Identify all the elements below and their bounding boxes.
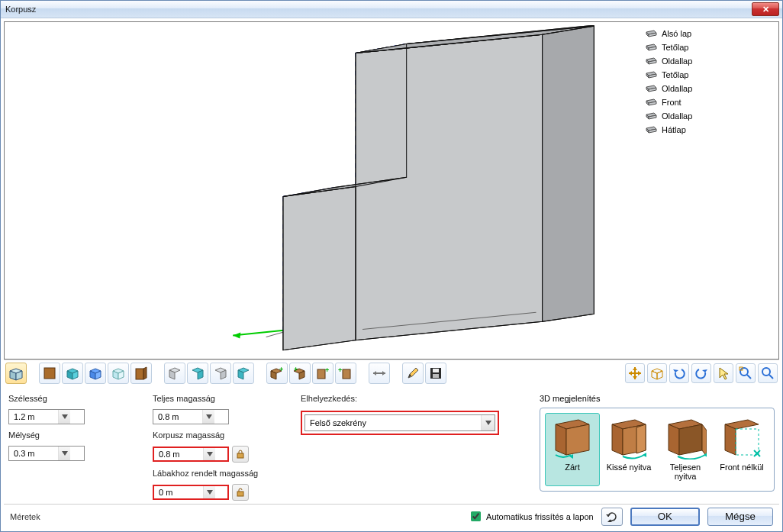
- tool-3d-cyan[interactable]: [62, 363, 83, 384]
- tool-pencil[interactable]: [402, 363, 424, 384]
- chevron-down-icon[interactable]: [202, 410, 214, 424]
- tool-3d-glass[interactable]: [108, 363, 129, 384]
- titlebar-title: Korpusz: [5, 5, 36, 14]
- corpus-height-input[interactable]: [157, 448, 203, 460]
- svg-point-112: [762, 368, 770, 376]
- tool-panel-3d-2[interactable]: [187, 363, 208, 384]
- tool-front-brown[interactable]: [39, 363, 60, 384]
- tool-add-1[interactable]: +: [266, 363, 288, 384]
- full-height-label: Teljes magasság: [153, 394, 282, 403]
- svg-marker-28: [283, 186, 356, 350]
- chevron-down-icon[interactable]: [58, 410, 70, 424]
- tool-3d-blue[interactable]: [85, 363, 106, 384]
- panel-icon: [645, 43, 657, 52]
- tool-move-horiz[interactable]: [369, 363, 390, 384]
- preview-caption: Zárt: [565, 463, 580, 482]
- preview3d-label: 3D megjelenítés: [540, 394, 775, 403]
- tool-save[interactable]: [425, 363, 446, 384]
- parts-list[interactable]: Alsó lap Tetőlap Oldallap Tetőlap Oldall…: [642, 25, 775, 356]
- svg-marker-133: [679, 424, 702, 455]
- svg-marker-108: [720, 368, 728, 379]
- svg-marker-91: [382, 371, 385, 376]
- tool-add-3[interactable]: +: [312, 363, 334, 384]
- tool-panel-brown[interactable]: [130, 363, 152, 384]
- tool-panel-3d-1[interactable]: [164, 363, 185, 384]
- cabinet-fully-open-icon: [664, 417, 707, 459]
- list-item[interactable]: Tetőlap: [645, 68, 775, 82]
- placement-highlight: Felső szekrény: [301, 411, 499, 435]
- width-label: Szélesség: [8, 394, 134, 403]
- corpus-height-combo[interactable]: [153, 447, 229, 462]
- placement-combo[interactable]: Felső szekrény: [304, 414, 495, 431]
- tool-zoom-fit[interactable]: [736, 363, 756, 383]
- svg-marker-70: [143, 367, 147, 379]
- svg-marker-132: [669, 424, 679, 455]
- svg-marker-137: [725, 424, 736, 455]
- tool-cursor[interactable]: [714, 363, 733, 383]
- width-input-combo[interactable]: [8, 409, 85, 424]
- panel-icon: [645, 84, 657, 93]
- full-height-input[interactable]: [156, 410, 202, 424]
- tool-redo[interactable]: [691, 363, 711, 383]
- list-item-label: Oldallap: [662, 56, 692, 66]
- list-item[interactable]: Alsó lap: [645, 27, 775, 40]
- legs-height-combo[interactable]: [153, 485, 229, 500]
- footer-tab-label: Méretek: [10, 512, 40, 521]
- svg-marker-104: [652, 371, 657, 379]
- close-icon: ✕: [762, 5, 769, 14]
- main-area: Alsó lap Tetőlap Oldallap Tetőlap Oldall…: [1, 18, 782, 531]
- svg-rect-69: [136, 369, 143, 379]
- ok-button[interactable]: OK: [630, 508, 700, 526]
- tool-base-3d[interactable]: [5, 363, 27, 384]
- 3d-viewport[interactable]: [8, 25, 640, 356]
- panel-icon: [645, 111, 657, 121]
- tool-panel-3d-3[interactable]: [210, 363, 231, 384]
- refresh-button[interactable]: [601, 508, 623, 526]
- svg-rect-120: [237, 492, 243, 496]
- tool-move-3d[interactable]: [625, 363, 645, 383]
- placement-value: Felső szekrény: [310, 418, 366, 427]
- tool-wire-box[interactable]: [647, 363, 667, 383]
- list-item[interactable]: Oldallap: [645, 54, 775, 68]
- svg-line-110: [747, 375, 751, 379]
- list-item-label: Oldallap: [662, 84, 692, 93]
- svg-marker-101: [629, 371, 632, 376]
- tool-undo[interactable]: [669, 363, 689, 383]
- chevron-down-icon[interactable]: [203, 448, 215, 460]
- chevron-down-icon[interactable]: [481, 415, 495, 430]
- svg-line-113: [769, 375, 773, 379]
- tool-add-2[interactable]: +: [289, 363, 311, 384]
- chevron-down-icon[interactable]: [58, 447, 70, 460]
- list-item[interactable]: Oldallap: [645, 109, 775, 123]
- legs-height-input[interactable]: [157, 486, 203, 498]
- depth-input-combo[interactable]: [8, 446, 85, 461]
- depth-input[interactable]: [12, 447, 58, 460]
- cancel-button[interactable]: Mégse: [707, 508, 773, 526]
- preview-zart[interactable]: Zárt: [545, 413, 600, 486]
- svg-marker-103: [652, 369, 662, 373]
- list-item-label: Alsó lap: [662, 29, 691, 38]
- lock-corpus-height-button[interactable]: [232, 446, 249, 463]
- full-height-combo[interactable]: [153, 409, 229, 424]
- placement-column: Elhelyezkedés: Felső szekrény: [301, 394, 499, 435]
- list-item[interactable]: Oldallap: [645, 82, 775, 95]
- tool-panel-3d-4[interactable]: [233, 363, 254, 384]
- width-input[interactable]: [12, 410, 58, 424]
- chevron-down-icon[interactable]: [203, 486, 215, 498]
- preview-kisse-nyitva[interactable]: Kissé nyitva: [601, 413, 656, 486]
- svg-point-109: [740, 368, 748, 376]
- svg-marker-102: [638, 371, 641, 376]
- lock-legs-height-button[interactable]: [232, 484, 249, 501]
- list-item[interactable]: Front: [645, 95, 775, 109]
- tool-add-4[interactable]: +: [335, 363, 356, 384]
- svg-marker-124: [566, 424, 589, 455]
- cabinet-no-front-icon: [720, 417, 763, 459]
- preview-teljesen-nyitva[interactable]: Teljesen nyitva: [658, 413, 713, 486]
- tool-zoom-in[interactable]: [758, 363, 778, 383]
- list-item[interactable]: Tetőlap: [645, 40, 775, 54]
- window-close-button[interactable]: ✕: [752, 2, 779, 16]
- list-item[interactable]: Hátlap: [645, 123, 775, 137]
- auto-refresh-checkbox[interactable]: [471, 511, 481, 521]
- svg-marker-121: [485, 421, 491, 425]
- preview-front-nelkul[interactable]: Front nélkül: [714, 413, 769, 486]
